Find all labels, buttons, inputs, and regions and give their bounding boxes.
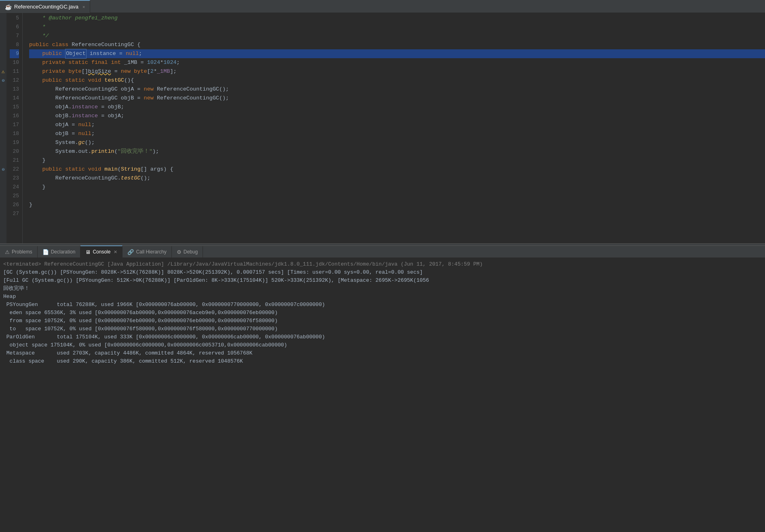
call-hierarchy-icon: 🔗 — [127, 249, 134, 255]
console-line-9: object space 175104K, 0% used [0x0000000… — [3, 341, 762, 349]
editor-tab-referencecountinggc[interactable]: ☕ ReferenceCountingGC.java × — [0, 0, 90, 13]
code-line-7: */ — [29, 32, 765, 40]
console-line-8: ParOldGen total 175104K, used 333K [0x00… — [3, 333, 762, 341]
collapse-icon-22[interactable]: ⊖ — [0, 165, 6, 174]
code-line-11: private byte[]bigSize = new byte[2*_1MB]… — [29, 67, 765, 76]
code-content: * @author pengfei_zheng * */ public clas… — [23, 13, 765, 243]
collapse-icon-12[interactable]: ⊖ — [0, 76, 6, 85]
code-line-5: * @author pengfei_zheng — [29, 14, 765, 23]
code-line-19: System.gc(); — [29, 138, 765, 147]
code-line-18: objB = null; — [29, 129, 765, 138]
code-line-21: } — [29, 156, 765, 165]
tab-problems-label: Problems — [12, 249, 32, 255]
tab-problems[interactable]: ⚠ Problems — [0, 246, 38, 258]
line-numbers: 5 6 7 8 9 10 11 12 13 14 15 16 17 18 19 … — [6, 13, 23, 243]
code-line-13: ReferenceCountingGC objA = new Reference… — [29, 85, 765, 94]
bottom-panel: ⚠ Problems 📄 Declaration 🖥 Console ✕ 🔗 C… — [0, 246, 765, 532]
debug-icon: ⚙ — [177, 249, 182, 255]
code-line-22: public static void main(String[] args) { — [29, 165, 765, 174]
editor-gutter: ⚠ ⊖ ⊖ — [0, 13, 6, 243]
code-line-20: System.out.println("回收完毕！"); — [29, 147, 765, 156]
code-line-12: public static void testGC(){ — [29, 76, 765, 85]
problems-icon: ⚠ — [5, 249, 10, 255]
tab-debug[interactable]: ⚙ Debug — [172, 246, 203, 258]
console-line-11: class space used 290K, capacity 386K, co… — [3, 357, 762, 365]
console-terminated-line: <terminated> ReferenceCountingGC [Java A… — [3, 260, 762, 268]
tab-console[interactable]: 🖥 Console ✕ — [80, 245, 123, 258]
tab-declaration-label: Declaration — [51, 249, 76, 255]
tab-close-icon[interactable]: × — [82, 4, 85, 9]
tab-debug-label: Debug — [184, 249, 198, 255]
code-line-25 — [29, 192, 765, 201]
tab-declaration[interactable]: 📄 Declaration — [38, 246, 81, 258]
tab-call-hierarchy[interactable]: 🔗 Call Hierarchy — [123, 246, 171, 258]
code-line-24: } — [29, 183, 765, 192]
code-line-27 — [29, 209, 765, 218]
console-line-6: from space 10752K, 0% used [0x000000076e… — [3, 317, 762, 325]
console-line-2: 回收完毕！ — [3, 285, 762, 293]
console-line-5: eden space 65536K, 3% used [0x000000076a… — [3, 309, 762, 317]
code-line-10: private static final int _1MB = 1024*102… — [29, 58, 765, 67]
console-line-7: to space 10752K, 0% used [0x000000076f58… — [3, 325, 762, 333]
java-file-icon: ☕ — [5, 4, 12, 10]
tab-console-label: Console — [93, 249, 110, 255]
tab-call-hierarchy-label: Call Hierarchy — [136, 249, 166, 255]
console-output-area: <terminated> ReferenceCountingGC [Java A… — [0, 258, 765, 532]
code-line-26: } — [29, 201, 765, 209]
code-line-15: objA.instance = objB; — [29, 103, 765, 112]
tab-label: ReferenceCountingGC.java — [14, 4, 78, 10]
console-icon: 🖥 — [85, 249, 91, 255]
code-line-14: ReferenceCountingGC objB = new Reference… — [29, 94, 765, 103]
console-line-1: [Full GC (System.gc()) [PSYoungGen: 512K… — [3, 277, 762, 285]
code-editor: ⚠ ⊖ ⊖ 5 6 7 8 9 10 11 12 — [0, 13, 765, 243]
code-line-6: * — [29, 23, 765, 32]
code-line-16: objB.instance = objA; — [29, 112, 765, 120]
code-line-17: objA = null; — [29, 120, 765, 129]
console-line-0: [GC (System.gc()) [PSYoungGen: 8028K->51… — [3, 268, 762, 277]
code-line-23: ReferenceCountingGC.testGC(); — [29, 174, 765, 183]
code-line-9: public Object instance = null; — [29, 49, 765, 58]
console-line-10: Metaspace used 2703K, capacity 4486K, co… — [3, 349, 762, 357]
warning-gutter-icon: ⚠ — [0, 67, 6, 76]
code-line-8: public class ReferenceCountingGC { — [29, 40, 765, 49]
console-line-3: Heap — [3, 293, 762, 301]
editor-tab-bar: ☕ ReferenceCountingGC.java × — [0, 0, 765, 13]
bottom-tab-bar: ⚠ Problems 📄 Declaration 🖥 Console ✕ 🔗 C… — [0, 246, 765, 258]
declaration-icon: 📄 — [42, 249, 49, 255]
console-line-4: PSYoungGen total 76288K, used 1966K [0x0… — [3, 301, 762, 309]
